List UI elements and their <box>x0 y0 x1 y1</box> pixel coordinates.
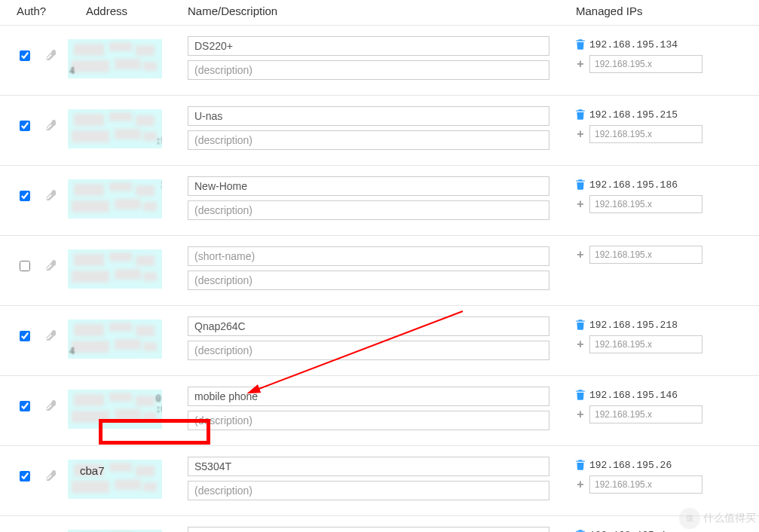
add-ip-input[interactable] <box>589 475 702 494</box>
name-input[interactable] <box>188 176 549 196</box>
description-input[interactable] <box>188 481 549 500</box>
managed-ip-value: 192.168.195.146 <box>589 390 678 401</box>
trash-icon[interactable] <box>576 390 585 400</box>
name-input[interactable] <box>188 36 549 56</box>
trash-icon[interactable] <box>576 320 585 330</box>
trash-icon[interactable] <box>576 109 585 120</box>
add-ip-input[interactable] <box>589 195 702 213</box>
address-cell: 4 <box>68 39 162 78</box>
watermark: 值什么值得买 <box>679 508 756 529</box>
address-cell: :5 <box>68 109 162 148</box>
auth-checkbox[interactable] <box>20 191 30 201</box>
plus-icon[interactable]: + <box>576 250 585 259</box>
plus-icon[interactable]: + <box>576 410 585 419</box>
table-row: 4192.168.195.134+ <box>0 26 759 96</box>
header-auth: Auth? <box>0 5 45 17</box>
address-cell: cba7 <box>68 460 162 499</box>
table-row: 3192.168.195.186+ <box>0 166 759 236</box>
table-row: 192.168.195.4+ <box>0 516 759 532</box>
managed-ip-value: 192.168.195.218 <box>589 320 678 331</box>
managed-ip-row: 192.168.195.146 <box>576 387 739 403</box>
add-ip-input[interactable] <box>589 125 702 143</box>
auth-checkbox[interactable] <box>20 471 30 482</box>
managed-ip-value: 192.168.195.4 <box>589 530 666 533</box>
managed-ip-row: 192.168.195.134 <box>576 36 739 53</box>
header-address: Address <box>68 5 185 17</box>
managed-ip-row: 192.168.195.186 <box>576 176 739 193</box>
description-input[interactable] <box>188 411 549 430</box>
auth-checkbox[interactable] <box>20 50 30 61</box>
address-cell: 4 <box>68 320 162 359</box>
description-input[interactable] <box>188 130 549 150</box>
name-input[interactable] <box>188 457 549 476</box>
managed-ip-value: 192.168.195.26 <box>589 460 672 471</box>
plus-icon[interactable]: + <box>576 480 585 489</box>
add-ip-input[interactable] <box>589 335 702 353</box>
wrench-icon[interactable] <box>45 120 56 133</box>
address-cell: 3 <box>68 179 162 219</box>
description-input[interactable] <box>188 200 549 220</box>
auth-checkbox[interactable] <box>20 401 30 411</box>
managed-ip-value: 192.168.195.134 <box>589 39 678 50</box>
wrench-icon[interactable] <box>45 50 56 63</box>
auth-checkbox[interactable] <box>20 261 30 271</box>
table-header: Auth? Address Name/Description Managed I… <box>0 0 759 26</box>
trash-icon[interactable] <box>576 39 585 50</box>
managed-ip-row: 192.168.195.218 <box>576 316 739 333</box>
auth-checkbox[interactable] <box>20 331 30 341</box>
name-input[interactable] <box>188 527 549 532</box>
auth-checkbox[interactable] <box>20 121 30 131</box>
wrench-icon[interactable] <box>45 260 56 273</box>
add-ip-input[interactable] <box>589 246 702 264</box>
header-ips: Managed IPs <box>565 5 739 17</box>
wrench-icon[interactable] <box>45 190 56 203</box>
managed-ip-row: 192.168.195.215 <box>576 106 739 123</box>
trash-icon[interactable] <box>576 179 585 190</box>
address-cell: 0 :0 <box>68 390 162 429</box>
table-row: 4192.168.195.218+ <box>0 306 759 376</box>
name-input[interactable] <box>188 316 549 336</box>
plus-icon[interactable]: + <box>576 130 585 139</box>
plus-icon[interactable]: + <box>576 200 585 209</box>
description-input[interactable] <box>188 271 549 290</box>
wrench-icon[interactable] <box>45 400 56 413</box>
address-cell <box>68 249 162 289</box>
add-ip-input[interactable] <box>589 55 702 73</box>
description-input[interactable] <box>188 60 549 80</box>
wrench-icon[interactable] <box>45 470 56 483</box>
description-input[interactable] <box>188 341 549 360</box>
table-row: 0 :0192.168.195.146+ <box>0 376 759 446</box>
plus-icon[interactable]: + <box>576 60 585 69</box>
name-input[interactable] <box>188 246 549 266</box>
table-row: + <box>0 236 759 306</box>
name-input[interactable] <box>188 387 549 406</box>
wrench-icon[interactable] <box>45 330 56 343</box>
header-name: Name/Description <box>185 5 565 17</box>
trash-icon[interactable] <box>576 460 585 470</box>
table-row: cba7192.168.195.26+ <box>0 446 759 516</box>
managed-ip-row: 192.168.195.26 <box>576 457 739 473</box>
name-input[interactable] <box>188 106 549 126</box>
managed-ip-value: 192.168.195.215 <box>589 109 678 121</box>
plus-icon[interactable]: + <box>576 340 585 349</box>
table-row: :5192.168.195.215+ <box>0 96 759 166</box>
add-ip-input[interactable] <box>589 405 702 423</box>
managed-ip-value: 192.168.195.186 <box>589 179 678 191</box>
